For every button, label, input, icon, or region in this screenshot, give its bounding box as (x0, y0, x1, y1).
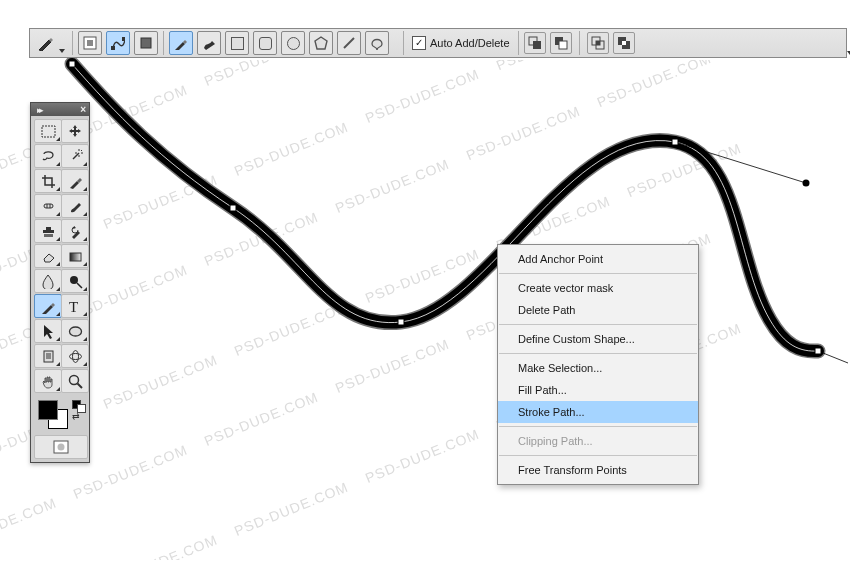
ctx-free-transform-points[interactable]: Free Transform Points (498, 459, 698, 481)
ctx-clipping-path: Clipping Path... (498, 430, 698, 452)
type-tool[interactable]: T (61, 294, 89, 318)
path-op-intersect[interactable] (587, 32, 609, 54)
path-op-add[interactable] (524, 32, 546, 54)
eraser-tool[interactable] (34, 244, 62, 268)
magic-wand-tool[interactable] (61, 144, 89, 168)
svg-point-2 (803, 180, 810, 187)
ctx-make-selection[interactable]: Make Selection... (498, 357, 698, 379)
ctx-stroke-path[interactable]: Stroke Path... (498, 401, 698, 423)
blur-tool[interactable] (34, 269, 62, 293)
divider (579, 31, 580, 55)
svg-rect-10 (111, 46, 115, 50)
svg-rect-7 (815, 348, 821, 354)
options-bar: ✓ Auto Add/Delete (29, 28, 847, 58)
svg-rect-6 (672, 139, 678, 145)
fill-pixels-toggle[interactable] (134, 31, 158, 55)
lasso-tool[interactable] (34, 144, 62, 168)
hand-tool[interactable] (34, 369, 62, 393)
divider (72, 31, 73, 55)
rounded-rectangle-icon (259, 37, 272, 50)
brush-tool[interactable] (61, 194, 89, 218)
dodge-tool[interactable] (61, 269, 89, 293)
watermark: PSD-DUDE.COM PSD-DUDE.COM PSD-DUDE.COM P… (0, 60, 850, 560)
path-context-menu: Add Anchor Point Create vector mask Dele… (497, 244, 699, 485)
collapse-icon: ▸▸ (37, 105, 41, 115)
svg-line-14 (344, 38, 354, 48)
ellipse-tool-toggle[interactable] (281, 31, 305, 55)
svg-rect-12 (141, 38, 151, 48)
menu-separator (499, 455, 697, 456)
rounded-rectangle-tool-toggle[interactable] (253, 31, 277, 55)
svg-line-0 (675, 142, 806, 183)
svg-point-29 (70, 276, 78, 284)
quick-mask-toggle[interactable] (34, 435, 88, 459)
path-op-exclude[interactable] (613, 32, 635, 54)
divider (403, 31, 404, 55)
svg-marker-13 (315, 37, 327, 49)
custom-shape-tool-toggle[interactable] (365, 31, 389, 55)
path-canvas[interactable] (0, 0, 850, 564)
svg-rect-18 (559, 41, 567, 49)
zoom-tool[interactable] (61, 369, 89, 393)
divider (518, 31, 519, 55)
line-tool-toggle[interactable] (337, 31, 361, 55)
path-op-subtract[interactable] (550, 32, 572, 54)
svg-rect-4 (230, 205, 236, 211)
ctx-create-vector-mask[interactable]: Create vector mask (498, 277, 698, 299)
eyedropper-tool[interactable] (61, 169, 89, 193)
tools-panel-header[interactable]: ▸▸ × (31, 103, 89, 116)
ellipse-shape-tool[interactable] (61, 319, 89, 343)
close-icon[interactable]: × (80, 104, 86, 115)
menu-separator (499, 273, 697, 274)
svg-point-31 (69, 327, 81, 336)
svg-point-34 (72, 350, 78, 362)
crop-tool[interactable] (34, 169, 62, 193)
ctx-fill-path[interactable]: Fill Path... (498, 379, 698, 401)
svg-rect-16 (533, 41, 541, 49)
svg-rect-5 (398, 319, 404, 325)
freeform-pen-toggle[interactable] (197, 31, 221, 55)
menu-separator (499, 324, 697, 325)
move-tool[interactable] (61, 119, 89, 143)
ctx-delete-path[interactable]: Delete Path (498, 299, 698, 321)
color-swatches[interactable]: ⇄ (35, 398, 85, 430)
tools-panel: ▸▸ × T ⇄ (30, 102, 90, 463)
shape-layers-toggle[interactable] (78, 31, 102, 55)
rectangular-marquee-tool[interactable] (34, 119, 62, 143)
foreground-color-swatch[interactable] (38, 400, 58, 420)
swap-colors-icon[interactable]: ⇄ (72, 411, 80, 421)
pen-tool[interactable] (34, 294, 62, 318)
rectangle-tool-toggle[interactable] (225, 31, 249, 55)
tool-preset-pen[interactable] (34, 31, 58, 55)
svg-rect-21 (596, 41, 600, 45)
ellipse-icon (287, 37, 300, 50)
svg-rect-9 (87, 40, 93, 46)
history-brush-tool[interactable] (61, 219, 89, 243)
divider (163, 31, 164, 55)
ctx-define-custom-shape[interactable]: Define Custom Shape... (498, 328, 698, 350)
gradient-tool[interactable] (61, 244, 89, 268)
ctx-add-anchor-point[interactable]: Add Anchor Point (498, 248, 698, 270)
auto-add-delete-label: Auto Add/Delete (430, 37, 510, 49)
checkbox-icon: ✓ (412, 36, 426, 50)
path-selection-tool[interactable] (34, 319, 62, 343)
pen-tool-toggle[interactable] (169, 31, 193, 55)
3d-rotate-tool[interactable] (61, 344, 89, 368)
healing-brush-tool[interactable] (34, 194, 62, 218)
rectangle-icon (231, 37, 244, 50)
svg-rect-28 (70, 253, 81, 261)
svg-text:T: T (69, 299, 78, 313)
svg-rect-3 (69, 61, 75, 67)
menu-separator (499, 353, 697, 354)
svg-rect-25 (42, 126, 55, 137)
svg-rect-11 (122, 37, 125, 41)
paths-toggle[interactable] (106, 31, 130, 55)
svg-point-37 (58, 444, 65, 451)
svg-line-1 (818, 351, 848, 363)
clone-stamp-tool[interactable] (34, 219, 62, 243)
notes-tool[interactable] (34, 344, 62, 368)
svg-rect-24 (622, 41, 626, 45)
menu-separator (499, 426, 697, 427)
auto-add-delete-checkbox[interactable]: ✓ Auto Add/Delete (412, 36, 510, 50)
polygon-tool-toggle[interactable] (309, 31, 333, 55)
